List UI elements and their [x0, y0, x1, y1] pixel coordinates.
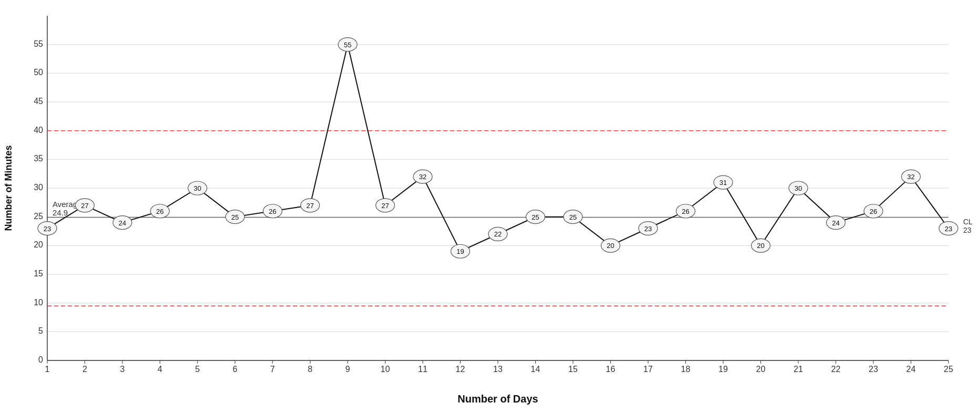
- svg-rect-0: [0, 0, 980, 413]
- svg-text:23: 23: [963, 226, 972, 234]
- svg-text:11: 11: [418, 365, 428, 374]
- svg-text:32: 32: [907, 173, 914, 181]
- svg-text:10: 10: [34, 298, 43, 307]
- svg-text:26: 26: [269, 208, 276, 215]
- svg-text:20: 20: [757, 242, 764, 250]
- svg-text:23: 23: [44, 225, 51, 233]
- svg-text:15: 15: [34, 269, 43, 278]
- svg-text:13: 13: [493, 365, 503, 374]
- svg-text:10: 10: [381, 365, 390, 374]
- svg-text:30: 30: [795, 184, 802, 192]
- svg-text:4: 4: [158, 365, 162, 374]
- svg-text:12: 12: [456, 365, 465, 374]
- svg-text:50: 50: [34, 68, 43, 77]
- svg-text:24: 24: [832, 219, 839, 227]
- svg-text:CL: CL: [963, 218, 973, 226]
- svg-text:7: 7: [270, 365, 275, 374]
- svg-text:31: 31: [720, 179, 727, 187]
- svg-text:26: 26: [870, 208, 877, 215]
- svg-text:25: 25: [531, 213, 539, 221]
- svg-text:40: 40: [34, 126, 43, 135]
- svg-text:6: 6: [233, 365, 237, 374]
- svg-text:26: 26: [156, 208, 163, 215]
- svg-text:3: 3: [120, 365, 125, 374]
- svg-text:2: 2: [82, 365, 87, 374]
- svg-text:8: 8: [308, 365, 312, 374]
- svg-text:19: 19: [718, 365, 728, 374]
- svg-text:32: 32: [419, 173, 426, 181]
- chart-container: (function() { const data = JSON.parse(do…: [0, 0, 980, 413]
- svg-text:25: 25: [34, 212, 43, 221]
- svg-text:18: 18: [681, 365, 691, 374]
- svg-text:22: 22: [831, 365, 841, 374]
- svg-text:5: 5: [38, 326, 43, 335]
- svg-text:24.9: 24.9: [53, 208, 68, 217]
- svg-text:20: 20: [607, 242, 614, 250]
- svg-text:27: 27: [81, 202, 88, 210]
- svg-text:24: 24: [906, 365, 916, 374]
- svg-text:27: 27: [381, 202, 389, 210]
- svg-text:15: 15: [568, 365, 578, 374]
- svg-text:5: 5: [195, 365, 200, 374]
- svg-text:27: 27: [306, 202, 314, 210]
- svg-text:20: 20: [756, 365, 766, 374]
- svg-text:25: 25: [569, 213, 577, 221]
- svg-text:35: 35: [34, 154, 43, 163]
- svg-text:17: 17: [643, 365, 653, 374]
- svg-text:23: 23: [945, 225, 952, 233]
- svg-text:1: 1: [45, 365, 50, 374]
- svg-text:Number of Days: Number of Days: [457, 393, 538, 405]
- svg-text:14: 14: [531, 365, 540, 374]
- svg-text:23: 23: [644, 225, 652, 233]
- svg-text:24: 24: [119, 219, 126, 227]
- svg-text:Number of Minutes: Number of Minutes: [3, 145, 14, 231]
- svg-text:25: 25: [231, 213, 238, 221]
- svg-text:21: 21: [794, 365, 803, 374]
- svg-text:55: 55: [344, 41, 351, 49]
- svg-text:9: 9: [346, 365, 350, 374]
- svg-text:55: 55: [34, 39, 43, 48]
- svg-text:16: 16: [606, 365, 616, 374]
- svg-text:19: 19: [456, 247, 464, 255]
- svg-text:26: 26: [682, 208, 689, 215]
- svg-text:20: 20: [34, 240, 43, 249]
- svg-text:30: 30: [194, 184, 201, 192]
- svg-text:23: 23: [869, 365, 878, 374]
- svg-text:45: 45: [34, 97, 43, 106]
- svg-text:30: 30: [34, 183, 43, 192]
- svg-text:25: 25: [944, 365, 953, 374]
- svg-text:22: 22: [494, 230, 502, 238]
- svg-text:0: 0: [38, 355, 43, 364]
